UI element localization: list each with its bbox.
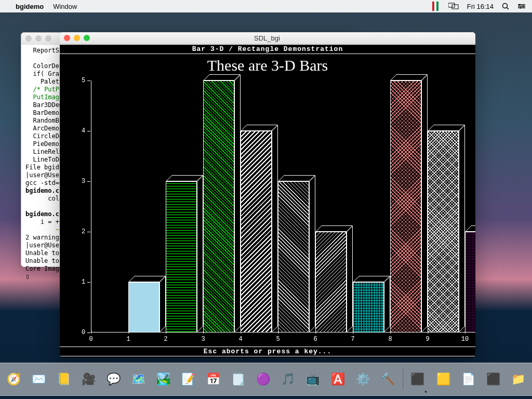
svg-point-9 [520, 7, 522, 9]
bar [390, 81, 421, 332]
dock-contacts[interactable]: 📒 [53, 368, 75, 390]
menubar: bgidemo Window Fri 16:14 [0, 0, 532, 12]
dock-appstore[interactable]: 🅰️ [327, 368, 349, 390]
x-tick: 0 [89, 336, 92, 343]
bar [203, 81, 234, 332]
terminal-traffic-lights[interactable] [25, 35, 51, 42]
gfx-traffic-lights[interactable] [60, 35, 90, 41]
bar [166, 181, 197, 332]
dock-mail[interactable]: ✉️ [28, 368, 50, 390]
banner-top: Bar 3-D / Rectangle Demonstration [60, 45, 475, 53]
zoom-icon[interactable] [84, 35, 90, 41]
input-source-icon[interactable] [432, 2, 438, 11]
x-tick: 6 [313, 336, 317, 343]
x-tick: 5 [276, 336, 280, 343]
spotlight-icon[interactable] [502, 3, 509, 10]
app-menu[interactable]: bgidemo [16, 3, 44, 10]
dock[interactable]: 🔵🚀🧭✉️📒🎥💬🗺️🏞️📝📅🗒️🟣🎵📺🅰️⚙️🔨⬛🟨📄⬛📁🔲🗑️ [0, 363, 532, 396]
bar [465, 232, 475, 332]
chart-title: These are 3-D Bars [60, 57, 475, 74]
gfx-titlebar[interactable]: SDL_bgi [60, 32, 475, 44]
x-tick: 2 [164, 336, 167, 343]
y-tick: 0 [82, 329, 85, 336]
control-center-icon[interactable] [517, 3, 526, 9]
dock-activity[interactable]: ⬛ [483, 368, 504, 390]
dock-appletv[interactable]: 📺 [302, 368, 324, 390]
dock-music[interactable]: 🎵 [277, 368, 299, 390]
dock-notes[interactable]: 🗒️ [228, 368, 249, 390]
dock-podcasts[interactable]: 🟣 [252, 368, 274, 390]
svg-rect-0 [448, 3, 455, 7]
window-menu[interactable]: Window [53, 3, 77, 10]
zoom-icon[interactable] [45, 35, 51, 42]
gfx-canvas: Bar 3-D / Rectangle Demonstration These … [60, 44, 475, 357]
x-tick: 7 [351, 336, 354, 343]
bar [241, 131, 272, 332]
dock-reminders[interactable]: 📝 [178, 368, 200, 390]
bar [315, 232, 347, 332]
dock-system-preferences[interactable]: ⚙️ [352, 368, 374, 390]
dock-facetime[interactable]: 🎥 [78, 368, 100, 390]
y-tick: 4 [82, 127, 85, 135]
dock-textedit[interactable]: 📄 [458, 368, 480, 390]
banner-bottom: Esc aborts or press a key... [60, 348, 475, 355]
svg-line-3 [507, 8, 509, 10]
dock-terminal[interactable]: ⬛ [408, 368, 430, 390]
x-tick: 1 [126, 336, 130, 343]
displays-icon[interactable] [448, 3, 459, 10]
clock[interactable]: Fri 16:14 [467, 3, 494, 10]
dock-maps[interactable]: 🗺️ [128, 368, 150, 390]
y-tick: 3 [82, 178, 85, 185]
dock-downloads[interactable]: 📁 [508, 368, 529, 390]
x-tick: 4 [238, 336, 242, 343]
dock-safari[interactable]: 🧭 [3, 368, 25, 390]
y-axis [91, 81, 91, 332]
x-tick: 9 [425, 336, 429, 343]
bar [428, 131, 459, 332]
svg-point-8 [523, 6, 524, 7]
dock-photos[interactable]: 🏞️ [153, 368, 175, 390]
dock-calendar[interactable]: 📅 [203, 368, 224, 390]
x-tick: 10 [461, 336, 469, 343]
close-icon[interactable] [25, 35, 32, 42]
y-tick: 5 [82, 77, 85, 84]
dock-xcode[interactable]: 🔨 [377, 368, 399, 390]
gfx-window-title: SDL_bgi [90, 34, 444, 42]
sdl-bgi-window[interactable]: SDL_bgi Bar 3-D / Rectangle Demonstratio… [60, 32, 475, 357]
svg-point-2 [503, 4, 508, 8]
y-tick: 1 [82, 278, 85, 286]
bar-chart: 012345012345678910 [91, 81, 465, 332]
svg-rect-1 [452, 5, 458, 9]
x-tick: 8 [388, 336, 392, 343]
dock-separator [403, 369, 404, 390]
svg-point-7 [519, 4, 521, 6]
minimize-icon[interactable] [35, 35, 42, 42]
dock-messages[interactable]: 💬 [103, 368, 125, 390]
bar [278, 181, 309, 332]
dock-console[interactable]: 🟨 [433, 368, 455, 390]
x-tick: 3 [201, 336, 205, 343]
bar [353, 282, 384, 332]
bar [128, 282, 159, 332]
close-icon[interactable] [64, 35, 70, 41]
minimize-icon[interactable] [74, 35, 80, 41]
y-tick: 2 [82, 228, 85, 235]
